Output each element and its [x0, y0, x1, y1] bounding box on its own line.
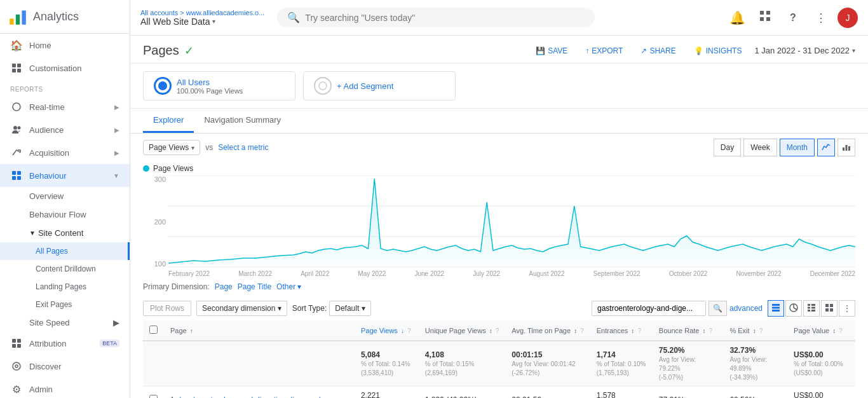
share-button[interactable]: ↗ SHARE [635, 44, 681, 58]
table-view-more-button[interactable]: ⋮ [839, 300, 855, 317]
sidebar-item-realtime[interactable]: Real-time ▶ [0, 95, 130, 118]
th-avg-time[interactable]: Avg. Time on Page ↕ ? [505, 320, 590, 341]
metric-label: Page Views [149, 143, 189, 152]
row1-checkbox-cell[interactable] [143, 387, 164, 399]
search-filter-input[interactable] [592, 301, 706, 316]
table-view-pivot-button[interactable] [821, 300, 837, 317]
x-label-feb: February 2022 [168, 270, 210, 277]
dimension-page[interactable]: Page [215, 282, 233, 291]
svg-rect-2 [22, 10, 25, 24]
table-view-pie-button[interactable] [785, 300, 802, 317]
x-label-dec: December 2022 [810, 270, 855, 277]
period-week-button[interactable]: Week [743, 139, 776, 156]
th-entrances[interactable]: Entrances ↕ ? [590, 320, 653, 341]
th-page-views[interactable]: Page Views ↓ ? [355, 320, 419, 341]
table-view-data-button[interactable] [768, 300, 784, 317]
bounce-help-icon[interactable]: ? [709, 327, 713, 334]
app-title: Analytics [33, 10, 79, 24]
avatar[interactable]: J [837, 8, 858, 28]
period-month-button[interactable]: Month [780, 139, 815, 156]
sidebar-item-behaviour-flow[interactable]: Behaviour Flow [0, 205, 130, 224]
dimension-other[interactable]: Other ▾ [276, 282, 301, 291]
pageviews-help-icon[interactable]: ? [407, 327, 411, 334]
property-selector[interactable]: All Web Site Data ▾ [140, 17, 259, 27]
sidebar-item-customisation[interactable]: Customisation [0, 57, 130, 79]
advanced-link[interactable]: advanced [729, 304, 763, 313]
row1-page-link[interactable]: /gastroenterology-and-digestive-diseases… [179, 395, 320, 398]
tab-navigation-summary[interactable]: Navigation Summary [194, 109, 291, 133]
apps-button[interactable] [754, 6, 776, 29]
line-chart-button[interactable] [817, 139, 835, 156]
th-bounce-rate[interactable]: Bounce Rate ↕ ? [653, 320, 724, 341]
more-button[interactable]: ⋮ [810, 6, 832, 29]
entrances-help-icon[interactable]: ? [637, 327, 641, 334]
th-page-value[interactable]: Page Value ↕ ? [787, 320, 855, 341]
sidebar-label-exit-pages: Exit Pages [36, 300, 72, 309]
exit-help-icon[interactable]: ? [759, 327, 763, 334]
add-segment-button[interactable]: + Add Segment [303, 71, 456, 100]
data-table: Page ↑ Page Views ↓ ? Unique Page Views … [143, 320, 855, 398]
insights-button[interactable]: 💡 INSIGHTS [689, 44, 747, 58]
pagevalue-help-icon[interactable]: ? [839, 327, 843, 334]
search-bar[interactable]: 🔍 [277, 8, 595, 27]
sidebar-item-all-pages[interactable]: All Pages [0, 242, 130, 260]
sort-type-dropdown[interactable]: Default ▾ [329, 301, 370, 316]
date-range-arrow-icon: ▾ [852, 47, 855, 54]
avgtime-help-icon[interactable]: ? [580, 327, 584, 334]
plot-rows-button[interactable]: Plot Rows [143, 301, 191, 316]
svg-rect-15 [17, 339, 21, 343]
sidebar-item-audience[interactable]: Audience ▶ [0, 118, 130, 141]
site-content-arrow: ▼ [29, 230, 36, 237]
metric-dropdown[interactable]: Page Views ▾ [143, 140, 200, 155]
search-filter-button[interactable]: 🔍 [709, 301, 727, 316]
th-pageviews-label: Page Views [361, 327, 398, 334]
avgtime-sort-icon: ↕ [574, 327, 577, 334]
page-views-chart [168, 175, 855, 268]
sidebar-label-audience: Audience [29, 125, 114, 135]
sidebar-item-overview[interactable]: Overview [0, 187, 130, 205]
data-table-icon [771, 303, 780, 314]
save-button[interactable]: 💾 SAVE [531, 44, 573, 58]
home-icon: 🏠 [10, 39, 23, 51]
account-path[interactable]: All accounts > www.alliedacademies.o... [140, 9, 264, 17]
sidebar-item-content-drilldown[interactable]: Content Drilldown [0, 260, 130, 278]
sidebar-item-behaviour[interactable]: Behaviour ▼ [0, 164, 130, 187]
sidebar-item-admin[interactable]: ⚙ Admin [0, 378, 130, 398]
sidebar-item-site-content[interactable]: ▼ Site Content [0, 224, 130, 242]
bar-chart-button[interactable] [837, 139, 855, 156]
select-all-checkbox[interactable] [149, 326, 158, 334]
help-button[interactable]: ? [782, 6, 804, 29]
notifications-button[interactable]: 🔔 [726, 6, 749, 29]
exit-sort-icon: ↕ [753, 327, 756, 334]
sidebar-item-exit-pages[interactable]: Exit Pages [0, 296, 130, 313]
sidebar-item-attribution[interactable]: Attribution BETA [0, 332, 130, 355]
sidebar-item-site-speed[interactable]: Site Speed ▶ [0, 313, 130, 332]
export-button[interactable]: ↑ EXPORT [580, 44, 628, 58]
tab-explorer[interactable]: Explorer [143, 109, 194, 133]
sidebar-item-home[interactable]: 🏠 Home [0, 34, 130, 57]
upv-help-icon[interactable]: ? [496, 327, 499, 334]
sidebar-item-discover[interactable]: Discover [0, 355, 130, 378]
table-view-list-button[interactable] [803, 300, 820, 317]
bounce-sort-icon: ↕ [703, 327, 706, 334]
row1-checkbox[interactable] [149, 395, 158, 398]
select-metric-link[interactable]: Select a metric [218, 143, 268, 152]
period-day-button[interactable]: Day [714, 139, 741, 156]
search-input[interactable] [305, 13, 585, 23]
sidebar-item-landing-pages[interactable]: Landing Pages [0, 278, 130, 296]
th-unique-page-views[interactable]: Unique Page Views ↕ ? [419, 320, 506, 341]
sidebar-label-behaviour: Behaviour [29, 171, 113, 181]
row1-page-cell: 1. /gastroenterology-and-digestive-disea… [164, 387, 355, 399]
list-icon [807, 303, 816, 314]
dimension-page-title[interactable]: Page Title [238, 282, 271, 291]
th-checkbox[interactable] [143, 320, 164, 341]
secondary-dimension-dropdown[interactable]: Secondary dimension ▾ [196, 301, 287, 316]
th-pct-exit[interactable]: % Exit ↕ ? [723, 320, 787, 341]
export-icon: ↑ [585, 46, 589, 55]
behaviour-icon [10, 169, 23, 182]
th-page[interactable]: Page ↑ [164, 320, 355, 341]
date-range-picker[interactable]: 1 Jan 2022 - 31 Dec 2022 ▾ [754, 46, 855, 55]
header-actions: 🔔 ? ⋮ J [726, 6, 858, 29]
sidebar-item-acquisition[interactable]: Acquisition ▶ [0, 141, 130, 164]
totals-upv-sub1: % of Total: 0.15% [425, 360, 475, 367]
